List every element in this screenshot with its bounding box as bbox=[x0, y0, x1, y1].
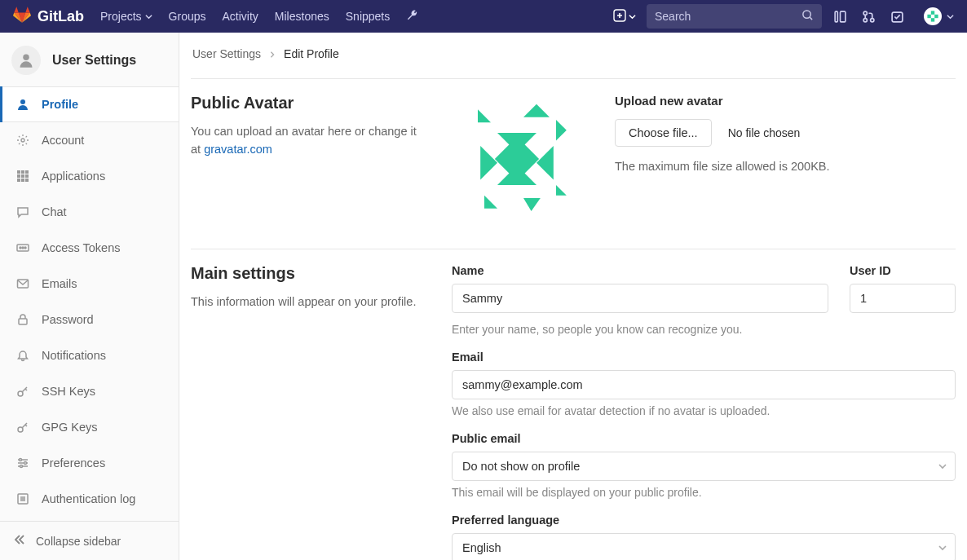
svg-point-1 bbox=[803, 11, 810, 18]
chat-icon bbox=[15, 205, 30, 218]
merge-requests-icon[interactable] bbox=[862, 10, 876, 24]
section-avatar: Public Avatar You can upload an avatar h… bbox=[191, 78, 956, 249]
svg-point-13 bbox=[20, 99, 25, 104]
search-icon bbox=[801, 9, 814, 24]
chevron-down-icon bbox=[938, 460, 947, 473]
svg-rect-3 bbox=[841, 11, 846, 22]
sidebar-item-password[interactable]: Password bbox=[0, 302, 179, 337]
sidebar-item-ssh-keys[interactable]: SSH Keys bbox=[0, 373, 179, 409]
top-navbar: GitLab Projects Groups Activity Mileston… bbox=[0, 0, 967, 33]
svg-point-25 bbox=[20, 247, 21, 249]
plus-icon bbox=[613, 9, 626, 24]
svg-point-5 bbox=[863, 18, 867, 21]
svg-point-4 bbox=[863, 11, 867, 15]
new-menu[interactable] bbox=[611, 5, 638, 28]
current-avatar bbox=[452, 94, 582, 224]
nav-projects[interactable]: Projects bbox=[92, 0, 161, 33]
svg-point-26 bbox=[22, 247, 24, 249]
name-input[interactable] bbox=[452, 284, 828, 313]
svg-rect-20 bbox=[25, 174, 29, 178]
sidebar-item-label: Profile bbox=[42, 98, 78, 111]
sidebar-item-label: Authentication log bbox=[42, 492, 135, 505]
nav-activity-label: Activity bbox=[223, 10, 258, 23]
svg-point-32 bbox=[20, 459, 22, 461]
todos-icon[interactable] bbox=[890, 10, 904, 24]
sidebar-header: User Settings bbox=[0, 33, 179, 86]
sidebar-item-label: Preferences bbox=[42, 456, 105, 470]
svg-point-34 bbox=[20, 465, 23, 468]
nav-groups[interactable]: Groups bbox=[161, 0, 214, 33]
svg-rect-23 bbox=[25, 179, 29, 182]
svg-rect-10 bbox=[934, 15, 938, 18]
search-input[interactable] bbox=[655, 10, 798, 23]
sidebar-item-preferences[interactable]: Preferences bbox=[0, 445, 179, 481]
sidebar-title: User Settings bbox=[52, 53, 136, 68]
public-email-select[interactable]: Do not show on profile bbox=[452, 452, 956, 481]
sidebar-item-gpg-keys[interactable]: GPG Keys bbox=[0, 409, 179, 445]
public-email-selected: Do not show on profile bbox=[462, 460, 580, 473]
label-user-id: User ID bbox=[850, 264, 956, 277]
token-icon bbox=[15, 241, 30, 254]
sidebar-item-authentication-log[interactable]: Authentication log bbox=[0, 481, 179, 517]
upload-avatar-block: Upload new avatar Choose file... No file… bbox=[615, 94, 830, 173]
wrench-icon bbox=[406, 9, 418, 24]
svg-marker-41 bbox=[536, 146, 554, 180]
nav-projects-label: Projects bbox=[100, 10, 142, 23]
svg-point-14 bbox=[21, 139, 24, 142]
section-main-desc: This information will appear on your pro… bbox=[191, 293, 419, 311]
svg-marker-40 bbox=[480, 146, 497, 180]
sidebar-items: ProfileAccountApplicationsChatAccess Tok… bbox=[0, 86, 179, 521]
sidebar: User Settings ProfileAccountApplications… bbox=[0, 33, 179, 560]
nav-activity[interactable]: Activity bbox=[214, 0, 267, 33]
nav-groups-label: Groups bbox=[169, 10, 206, 23]
issues-icon[interactable] bbox=[833, 10, 847, 24]
nav-milestones[interactable]: Milestones bbox=[267, 0, 338, 33]
user-menu[interactable] bbox=[924, 7, 954, 25]
language-select[interactable]: English bbox=[452, 533, 956, 560]
sidebar-item-profile[interactable]: Profile bbox=[0, 86, 179, 122]
search-box[interactable] bbox=[647, 4, 822, 29]
svg-rect-29 bbox=[19, 319, 27, 324]
choose-file-button[interactable]: Choose file... bbox=[615, 119, 712, 147]
svg-marker-44 bbox=[484, 196, 497, 209]
svg-marker-37 bbox=[523, 104, 550, 117]
key-icon bbox=[15, 421, 30, 434]
svg-marker-36 bbox=[478, 109, 491, 122]
primary-nav: Projects Groups Activity Milestones Snip… bbox=[92, 0, 426, 33]
nav-admin-wrench[interactable] bbox=[398, 0, 426, 33]
section-main-title: Main settings bbox=[191, 264, 419, 283]
sidebar-item-chat[interactable]: Chat bbox=[0, 194, 179, 230]
list-icon bbox=[15, 492, 30, 505]
key-icon bbox=[15, 385, 30, 398]
email-input[interactable] bbox=[452, 370, 956, 399]
svg-point-12 bbox=[23, 55, 29, 61]
svg-marker-43 bbox=[497, 165, 536, 185]
svg-rect-16 bbox=[21, 170, 24, 174]
user-id-input[interactable] bbox=[850, 284, 956, 313]
sidebar-item-label: Access Tokens bbox=[42, 241, 120, 254]
collapse-sidebar[interactable]: Collapse sidebar bbox=[0, 521, 179, 560]
sidebar-item-notifications[interactable]: Notifications bbox=[0, 337, 179, 373]
svg-rect-8 bbox=[931, 11, 934, 14]
identicon-icon bbox=[452, 94, 582, 224]
main-content: User Settings Edit Profile Public Avatar… bbox=[179, 33, 967, 560]
nav-aux-icons bbox=[833, 7, 954, 25]
sidebar-item-account[interactable]: Account bbox=[0, 122, 179, 158]
breadcrumbs: User Settings Edit Profile bbox=[191, 47, 956, 60]
gravatar-link[interactable]: gravatar.com bbox=[204, 143, 272, 156]
nav-snippets[interactable]: Snippets bbox=[338, 0, 398, 33]
breadcrumb-root[interactable]: User Settings bbox=[192, 47, 261, 60]
sidebar-item-emails[interactable]: Emails bbox=[0, 266, 179, 302]
sidebar-item-applications[interactable]: Applications bbox=[0, 158, 179, 194]
collapse-label: Collapse sidebar bbox=[36, 535, 121, 548]
hint-name: Enter your name, so people you know can … bbox=[452, 323, 956, 336]
mail-icon bbox=[15, 277, 30, 290]
sidebar-item-label: GPG Keys bbox=[42, 421, 98, 434]
brand[interactable]: GitLab bbox=[13, 6, 84, 28]
sidebar-item-label: Notifications bbox=[42, 349, 106, 362]
svg-point-6 bbox=[871, 18, 874, 21]
bell-icon bbox=[15, 349, 30, 362]
lock-icon bbox=[15, 313, 30, 326]
collapse-icon bbox=[13, 533, 26, 549]
sidebar-item-access-tokens[interactable]: Access Tokens bbox=[0, 230, 179, 266]
